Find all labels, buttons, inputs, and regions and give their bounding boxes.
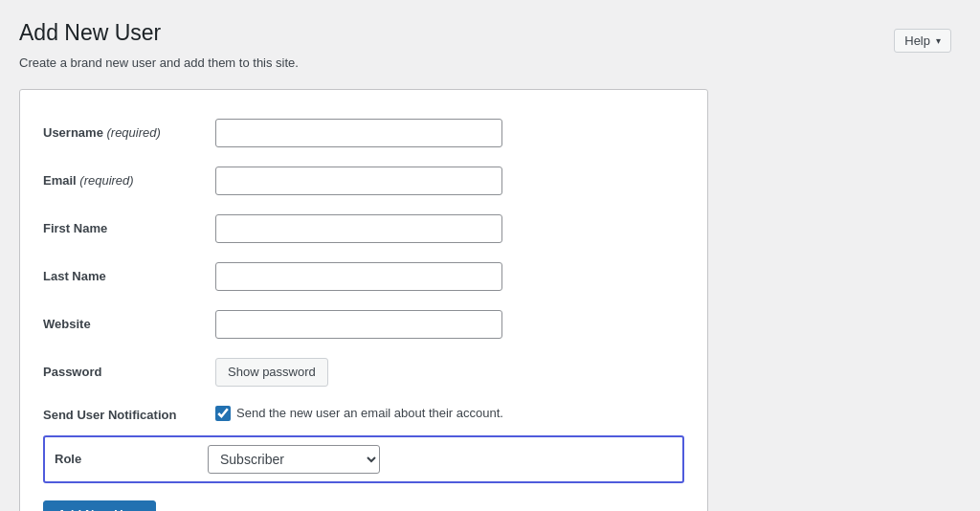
chevron-down-icon: ▾ <box>936 35 941 46</box>
notification-checkbox[interactable] <box>215 406 231 421</box>
role-row: Role Subscriber Contributor Author Edito… <box>43 435 684 483</box>
email-input[interactable] <box>215 167 502 195</box>
notification-row: Send User Notification Send the new user… <box>43 396 684 433</box>
email-cell <box>215 157 684 205</box>
show-password-button[interactable]: Show password <box>215 358 328 387</box>
form-table: Username (required) Email (required) <box>43 109 684 433</box>
add-new-user-button[interactable]: Add New User <box>43 500 156 511</box>
form-container: Username (required) Email (required) <box>19 89 708 511</box>
username-label: Username (required) <box>43 109 215 157</box>
first-name-cell <box>215 205 684 253</box>
password-label: Password <box>43 348 215 396</box>
help-button-label: Help <box>904 33 930 48</box>
page-title: Add New User <box>19 19 961 48</box>
email-label: Email (required) <box>43 157 215 205</box>
website-cell <box>215 300 684 348</box>
password-cell: Show password <box>215 348 684 396</box>
username-required: (required) <box>106 125 160 140</box>
last-name-input[interactable] <box>215 262 502 291</box>
role-select[interactable]: Subscriber Contributor Author Editor Adm… <box>208 445 380 474</box>
username-cell <box>215 109 684 157</box>
first-name-input[interactable] <box>215 214 502 243</box>
role-label: Role <box>55 452 208 466</box>
notification-label: Send User Notification <box>43 396 215 433</box>
help-button[interactable]: Help ▾ <box>894 29 951 53</box>
notification-cell: Send the new user an email about their a… <box>215 396 684 431</box>
website-label: Website <box>43 300 215 348</box>
password-row: Password Show password <box>43 348 684 396</box>
notification-text: Send the new user an email about their a… <box>236 406 503 420</box>
last-name-label: Last Name <box>43 253 215 300</box>
first-name-label: First Name <box>43 205 215 253</box>
last-name-cell <box>215 253 684 300</box>
email-required: (required) <box>79 173 133 188</box>
email-row: Email (required) <box>43 157 684 205</box>
username-row: Username (required) <box>43 109 684 157</box>
page-subtitle: Create a brand new user and add them to … <box>19 56 961 70</box>
last-name-row: Last Name <box>43 253 684 300</box>
help-button-container: Help ▾ <box>894 29 951 53</box>
website-input[interactable] <box>215 310 502 339</box>
website-row: Website <box>43 300 684 348</box>
first-name-row: First Name <box>43 205 684 253</box>
username-input[interactable] <box>215 119 502 147</box>
